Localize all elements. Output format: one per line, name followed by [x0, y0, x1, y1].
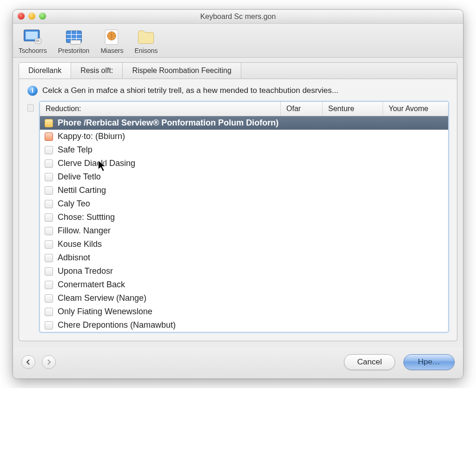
item-label: Nettil Carting [58, 185, 106, 195]
item-icon [45, 186, 53, 195]
preferences-window: Keyboard Sc mers.gon TschoorrsPrestorito… [13, 9, 463, 379]
item-icon [45, 308, 53, 316]
item-label: Chose: Suttting [58, 212, 115, 222]
list-item[interactable]: Only Fiating Wenewslone [40, 305, 448, 318]
tab-panel: i Celck a Gen in mafce a shiori tetrily … [19, 79, 457, 341]
item-icon [45, 294, 53, 303]
info-text: Celck a Gen in mafce a shiori tetrily tr… [42, 86, 338, 95]
zoom-icon[interactable] [39, 13, 46, 20]
item-icon [45, 146, 53, 154]
toolbar: TschoorrsPrestoritonMiasersEnisons [13, 24, 463, 58]
item-icon [45, 254, 53, 262]
svg-rect-8 [70, 40, 80, 44]
list-item[interactable]: Cleam Serview (Nange) [40, 291, 448, 305]
list-item[interactable]: Fillow. Nanger [40, 224, 448, 238]
item-label: Delive Tetlo [58, 172, 101, 182]
col-ofar[interactable]: Ofar [281, 102, 323, 116]
svg-rect-2 [35, 39, 41, 44]
listbox-wrap: Reduction: Ofar Senture Your Avome Phore… [27, 101, 449, 332]
content-area: DiorellankResis olft:Rispele Roombation … [13, 58, 463, 348]
list-item[interactable]: Phore /Rerbical Serview® Ponformation Po… [40, 116, 448, 130]
chevron-right-icon [46, 359, 51, 365]
toolbar-label: Enisons [134, 47, 158, 54]
info-row: i Celck a Gen in mafce a shiori tetrily … [27, 86, 449, 96]
tab-diorellank[interactable]: Diorellank [19, 63, 71, 79]
item-label: Conermatert Back [58, 280, 125, 290]
item-label: Safe Telp [58, 145, 93, 155]
minimize-icon[interactable] [28, 13, 35, 20]
cancel-button[interactable]: Cancel [344, 354, 395, 370]
action-buttons: Cancel Hpe… [344, 354, 455, 370]
list-header: Reduction: Ofar Senture Your Avome [40, 102, 448, 116]
toolbar-label: Tschoorrs [19, 47, 47, 54]
nav-buttons [21, 355, 56, 369]
footer: Cancel Hpe… [13, 348, 463, 378]
back-button[interactable] [21, 355, 35, 369]
list-item[interactable]: Clerve Diackl Dasing [40, 157, 448, 170]
gutter-block-icon [27, 104, 34, 112]
item-label: Phore /Rerbical Serview® Ponformation Po… [58, 118, 278, 128]
globe-doc-icon [101, 27, 123, 46]
item-icon [45, 227, 53, 235]
toolbar-label: Prestoriton [58, 47, 90, 54]
item-label: Adbisnot [58, 253, 90, 263]
svg-rect-1 [26, 32, 38, 40]
item-icon [45, 119, 53, 127]
titlebar: Keyboard Sc mers.gon [13, 10, 463, 24]
info-icon: i [27, 86, 38, 96]
tab-bar: DiorellankResis olft:Rispele Roombation … [19, 62, 457, 79]
window-title: Keyboard Sc mers.gon [200, 13, 276, 21]
traffic-lights [18, 13, 46, 20]
col-senture[interactable]: Senture [323, 102, 383, 116]
item-icon [45, 159, 53, 168]
item-label: Caly Teo [58, 199, 90, 209]
primary-button[interactable]: Hpe… [403, 354, 455, 370]
item-icon [45, 200, 53, 208]
grid-icon [63, 27, 85, 46]
col-your-avome[interactable]: Your Avome [383, 102, 448, 116]
list-item[interactable]: Nettil Carting [40, 184, 448, 197]
list-item[interactable]: Kappy·to: (Bbiurn) [40, 130, 448, 143]
forward-button[interactable] [42, 355, 56, 369]
item-label: Fillow. Nanger [58, 226, 111, 236]
item-icon [45, 173, 53, 181]
item-label: Upona Tredosr [58, 266, 113, 276]
chevron-left-icon [26, 359, 31, 365]
item-icon [45, 267, 53, 276]
item-label: Kouse Kilds [58, 239, 102, 249]
col-reduction[interactable]: Reduction: [40, 102, 281, 116]
list-item[interactable]: Delive Tetlo [40, 170, 448, 184]
list-rows: Phore /Rerbical Serview® Ponformation Po… [40, 116, 448, 332]
list-item[interactable]: Adbisnot [40, 251, 448, 264]
toolbar-miasers[interactable]: Miasers [100, 27, 123, 54]
list-item[interactable]: Upona Tredosr [40, 264, 448, 278]
item-label: Cleam Serview (Nange) [58, 293, 146, 303]
item-label: Kappy·to: (Bbiurn) [58, 132, 125, 141]
item-icon [45, 321, 53, 330]
item-icon [45, 213, 53, 222]
item-icon [45, 240, 53, 249]
item-icon [45, 132, 53, 141]
list-item[interactable]: Chere Drepontions (Namawbut) [40, 318, 448, 332]
tab-rispele[interactable]: Rispele Roombation Feeciting [123, 63, 241, 79]
list-item[interactable]: Kouse Kilds [40, 238, 448, 251]
listbox[interactable]: Reduction: Ofar Senture Your Avome Phore… [40, 101, 449, 332]
item-icon [45, 281, 53, 289]
toolbar-label: Miasers [100, 47, 123, 54]
list-item[interactable]: Caly Teo [40, 197, 448, 211]
toolbar-tschoorrs[interactable]: Tschoorrs [19, 27, 47, 54]
monitor-icon [21, 27, 44, 46]
tab-resis-olft[interactable]: Resis olft: [71, 63, 123, 79]
item-label: Chere Drepontions (Namawbut) [58, 320, 176, 330]
close-icon[interactable] [18, 13, 25, 20]
list-item[interactable]: Chose: Suttting [40, 211, 448, 224]
item-label: Clerve Diackl Dasing [58, 159, 135, 168]
list-item[interactable]: Conermatert Back [40, 278, 448, 291]
toolbar-enisons[interactable]: Enisons [134, 27, 158, 54]
folder-icon [135, 27, 157, 46]
left-gutter [27, 101, 36, 332]
list-item[interactable]: Safe Telp [40, 143, 448, 157]
item-label: Only Fiating Wenewslone [58, 307, 152, 317]
toolbar-prestoriton[interactable]: Prestoriton [58, 27, 90, 54]
tab-filler [241, 63, 457, 79]
